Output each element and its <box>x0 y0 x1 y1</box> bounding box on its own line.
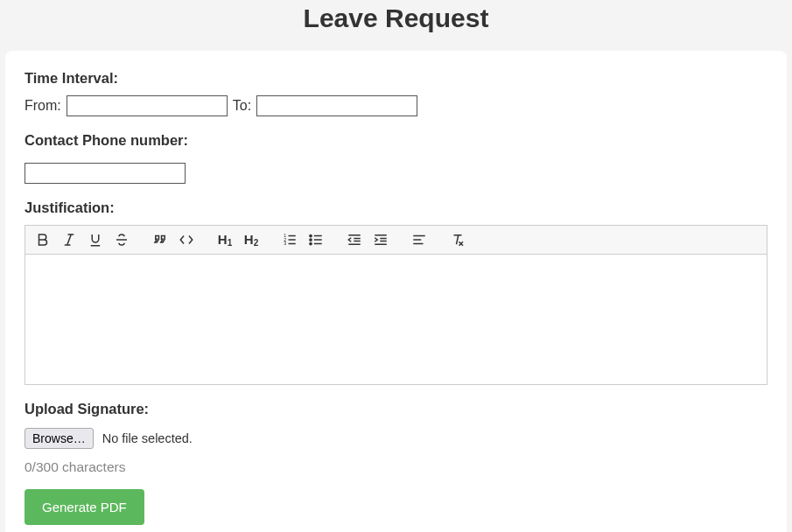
form-card: Time Interval: From: To: Contact Phone n… <box>5 51 787 532</box>
from-input[interactable] <box>67 95 228 116</box>
editor-toolbar: H1 H2 123 <box>25 226 767 255</box>
upload-section: Upload Signature: Browse… No file select… <box>25 401 767 525</box>
upload-label: Upload Signature: <box>25 401 767 417</box>
unordered-list-icon[interactable] <box>307 231 325 248</box>
phone-section: Contact Phone number: <box>25 132 767 184</box>
svg-line-2 <box>67 234 72 245</box>
phone-label: Contact Phone number: <box>25 132 767 149</box>
outdent-icon[interactable] <box>346 231 363 248</box>
justification-label: Justification: <box>25 200 767 216</box>
browse-button[interactable]: Browse… <box>25 428 94 449</box>
header1-icon[interactable]: H1 <box>216 231 234 248</box>
svg-point-14 <box>310 234 312 236</box>
strikethrough-icon[interactable] <box>113 231 130 248</box>
bold-icon[interactable] <box>34 231 52 248</box>
blockquote-icon[interactable] <box>151 231 169 248</box>
page-title: Leave Request <box>0 4 792 33</box>
code-block-icon[interactable] <box>178 231 195 248</box>
ordered-list-icon[interactable]: 123 <box>281 231 298 248</box>
svg-text:3: 3 <box>284 241 286 246</box>
from-label: From: <box>25 98 61 114</box>
italic-icon[interactable] <box>60 231 78 248</box>
svg-point-16 <box>310 242 312 244</box>
align-left-icon[interactable] <box>410 231 428 248</box>
indent-icon[interactable] <box>372 231 389 248</box>
clear-format-icon[interactable] <box>449 231 466 248</box>
svg-point-15 <box>310 239 312 241</box>
generate-pdf-button[interactable]: Generate PDF <box>25 489 144 525</box>
justification-section: Justification: <box>25 200 767 385</box>
to-input[interactable] <box>256 95 417 116</box>
phone-input[interactable] <box>25 163 186 184</box>
underline-icon[interactable] <box>87 231 104 248</box>
time-interval-section: Time Interval: From: To: <box>25 70 767 116</box>
file-selected-text: No file selected. <box>102 431 193 445</box>
time-interval-label: Time Interval: <box>25 70 767 87</box>
header2-icon[interactable]: H2 <box>242 231 260 248</box>
char-counter: 0/300 characters <box>25 459 767 475</box>
justification-editor-content[interactable] <box>25 255 767 384</box>
rich-text-editor: H1 H2 123 <box>25 225 767 385</box>
to-label: To: <box>233 98 251 114</box>
